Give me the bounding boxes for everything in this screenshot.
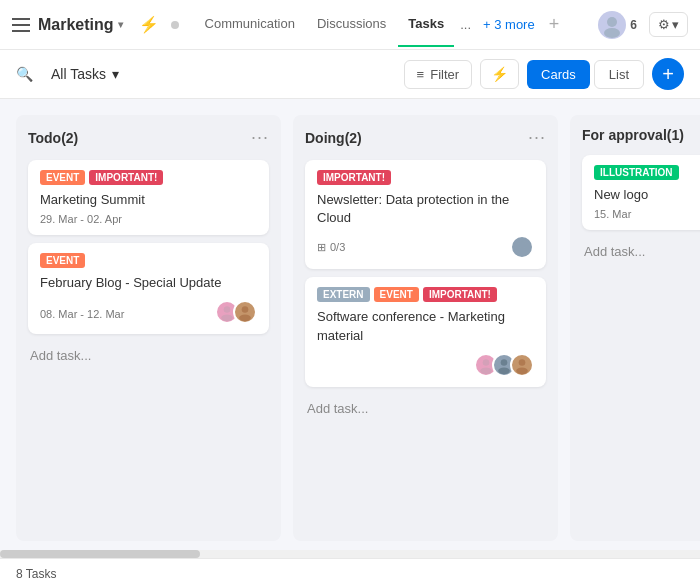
cards-view-button[interactable]: Cards xyxy=(527,60,590,89)
card-new-logo[interactable]: ILLUSTRATION New logo 15. Mar xyxy=(582,155,700,230)
scrollbar-track xyxy=(0,550,700,558)
add-task-doing[interactable]: Add task... xyxy=(305,395,546,422)
kanban-board: Todo(2) ··· EVENT IMPORTANT! Marketing S… xyxy=(0,99,700,557)
card-title: Newsletter: Data protection in the Cloud xyxy=(317,191,534,227)
status-bar: 8 Tasks xyxy=(0,558,700,588)
card-footer xyxy=(317,353,534,377)
add-task-approval[interactable]: Add task... xyxy=(582,238,700,265)
svg-point-0 xyxy=(607,17,617,27)
user-avatar xyxy=(598,11,626,39)
all-tasks-button[interactable]: All Tasks ▾ xyxy=(41,60,129,88)
avatar-group[interactable]: 6 xyxy=(598,11,637,39)
avatar-stack xyxy=(474,353,534,377)
tab-discussions[interactable]: Discussions xyxy=(307,2,396,47)
activity-icon: ⚡ xyxy=(491,66,508,82)
tag-important: IMPORTANT! xyxy=(317,170,391,185)
card-tags: EVENT IMPORTANT! xyxy=(40,170,257,185)
tag-important: IMPORTANT! xyxy=(423,287,497,302)
column-todo-header: Todo(2) ··· xyxy=(28,127,269,148)
svg-point-8 xyxy=(483,359,490,366)
brand-name: Marketing xyxy=(38,16,114,34)
column-todo-title: Todo(2) xyxy=(28,130,78,146)
card-newsletter[interactable]: IMPORTANT! Newsletter: Data protection i… xyxy=(305,160,546,269)
column-doing-title: Doing(2) xyxy=(305,130,362,146)
card-footer: ⊞ 0/3 xyxy=(317,235,534,259)
all-tasks-label: All Tasks xyxy=(51,66,106,82)
card-title: New logo xyxy=(594,186,700,204)
avatar xyxy=(510,235,534,259)
view-toggle: Cards List xyxy=(527,60,644,89)
hamburger-menu[interactable] xyxy=(12,18,30,32)
scrollbar-thumb[interactable] xyxy=(0,550,200,558)
avatar-count: 6 xyxy=(630,18,637,32)
column-todo-menu[interactable]: ··· xyxy=(251,127,269,148)
card-february-blog[interactable]: EVENT February Blog - Special Update 08.… xyxy=(28,243,269,334)
svg-point-1 xyxy=(604,28,620,38)
svg-point-5 xyxy=(239,315,251,322)
tab-communication[interactable]: Communication xyxy=(195,2,305,47)
top-nav: Marketing ▾ ⚡ Communication Discussions … xyxy=(0,0,700,50)
svg-point-7 xyxy=(516,250,528,257)
settings-button[interactable]: ⚙ ▾ xyxy=(649,12,688,37)
task-count: 8 Tasks xyxy=(16,567,56,581)
tab-more[interactable]: ... xyxy=(456,17,475,32)
plus-more-tabs[interactable]: + 3 more xyxy=(477,17,541,32)
svg-point-9 xyxy=(480,367,492,374)
card-date: 29. Mar - 02. Apr xyxy=(40,213,257,225)
toolbar: 🔍 All Tasks ▾ ≡ Filter ⚡ Cards List + xyxy=(0,50,700,99)
svg-point-12 xyxy=(519,359,526,366)
activity-button[interactable]: ⚡ xyxy=(480,59,519,89)
tab-tasks[interactable]: Tasks xyxy=(398,2,454,47)
card-software-conference[interactable]: EXTERN EVENT IMPORTANT! Software confere… xyxy=(305,277,546,386)
add-task-todo[interactable]: Add task... xyxy=(28,342,269,369)
pulse-icon[interactable]: ⚡ xyxy=(139,15,159,34)
subtask-icon: ⊞ xyxy=(317,241,326,254)
svg-point-10 xyxy=(501,359,508,366)
card-title: Software conference - Marketing material xyxy=(317,308,534,344)
subtask-count: 0/3 xyxy=(330,241,345,253)
status-dot xyxy=(171,21,179,29)
all-tasks-chevron: ▾ xyxy=(112,66,119,82)
card-title: Marketing Summit xyxy=(40,191,257,209)
svg-point-3 xyxy=(221,315,233,322)
tag-event: EVENT xyxy=(374,287,419,302)
card-marketing-summit[interactable]: EVENT IMPORTANT! Marketing Summit 29. Ma… xyxy=(28,160,269,235)
filter-button[interactable]: ≡ Filter xyxy=(404,60,472,89)
settings-chevron: ▾ xyxy=(672,17,679,32)
tag-important: IMPORTANT! xyxy=(89,170,163,185)
search-icon: 🔍 xyxy=(16,66,33,82)
column-doing: Doing(2) ··· IMPORTANT! Newsletter: Data… xyxy=(293,115,558,541)
column-approval-title: For approval(1) xyxy=(582,127,684,143)
card-tags: IMPORTANT! xyxy=(317,170,534,185)
card-date: 08. Mar - 12. Mar xyxy=(40,308,124,320)
tag-extern: EXTERN xyxy=(317,287,370,302)
svg-point-11 xyxy=(498,367,510,374)
svg-point-6 xyxy=(519,242,526,249)
add-tab-btn[interactable]: + xyxy=(543,14,566,35)
card-footer: 08. Mar - 12. Mar xyxy=(40,300,257,324)
filter-icon: ≡ xyxy=(417,67,425,82)
avatar xyxy=(233,300,257,324)
svg-point-13 xyxy=(516,367,528,374)
add-task-button[interactable]: + xyxy=(652,58,684,90)
column-todo: Todo(2) ··· EVENT IMPORTANT! Marketing S… xyxy=(16,115,281,541)
card-tags: EXTERN EVENT IMPORTANT! xyxy=(317,287,534,302)
card-subtask: ⊞ 0/3 xyxy=(317,241,345,254)
gear-icon: ⚙ xyxy=(658,17,670,32)
brand[interactable]: Marketing ▾ xyxy=(38,16,123,34)
list-view-button[interactable]: List xyxy=(594,60,644,89)
tag-event: EVENT xyxy=(40,170,85,185)
svg-point-4 xyxy=(242,307,249,314)
brand-chevron: ▾ xyxy=(118,19,123,30)
column-approval: For approval(1) ILLUSTRATION New logo 15… xyxy=(570,115,700,541)
column-doing-menu[interactable]: ··· xyxy=(528,127,546,148)
card-date: 15. Mar xyxy=(594,208,700,220)
tag-event: EVENT xyxy=(40,253,85,268)
tag-illustration: ILLUSTRATION xyxy=(594,165,679,180)
filter-label: Filter xyxy=(430,67,459,82)
nav-tabs: Communication Discussions Tasks ... + 3 … xyxy=(195,2,591,47)
card-tags: ILLUSTRATION xyxy=(594,165,700,180)
svg-point-2 xyxy=(224,307,231,314)
avatar xyxy=(510,353,534,377)
card-title: February Blog - Special Update xyxy=(40,274,257,292)
